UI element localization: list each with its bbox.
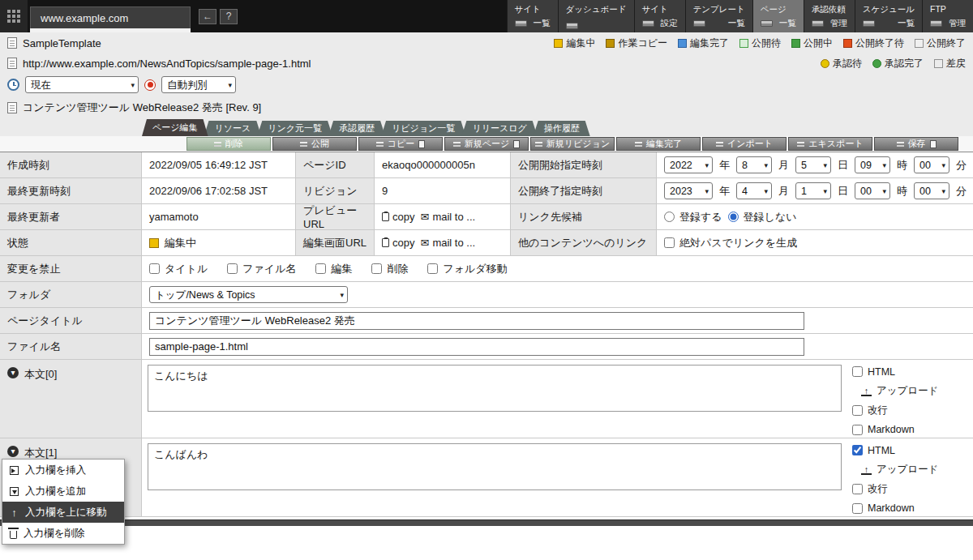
copy-edit-url-button[interactable]: copy [382,237,414,249]
nav-schedule-list[interactable]: スケジュール 一覧 [855,0,922,32]
legend-publish-wait: 公開待 [739,36,781,50]
absolute-path-checkbox[interactable] [664,237,675,248]
no-register-radio[interactable] [728,212,739,222]
tab-revision-list[interactable]: リビジョン一覧 [381,121,465,136]
mail-edit-url-button[interactable]: ✉mail to ... [420,237,475,249]
lock-edit-checkbox[interactable] [315,263,326,274]
publish-end-day-select[interactable]: 1 [795,182,831,199]
render-mode-select[interactable]: 自動判別 [161,76,236,93]
tab-page-edit[interactable]: ページ編集 [142,119,208,136]
menu-item-append-field[interactable]: 入力欄を追加 [2,481,124,502]
mail-preview-url-button[interactable]: ✉mail to ... [420,211,475,223]
export-button[interactable]: エキスポート [788,137,872,151]
copy-icon [382,212,389,221]
revision-time-select[interactable]: 現在 [25,76,139,93]
lock-folder-move-checkbox[interactable] [427,263,438,274]
folder-select[interactable]: トップ/News & Topics [149,286,348,303]
nav-ftp-management[interactable]: FTP 管理 [922,0,973,32]
copy-preview-url-button[interactable]: copy [382,211,414,223]
lock-title-checkbox[interactable] [149,263,160,274]
body1-textarea[interactable]: こんばんわ [148,443,842,490]
absolute-path-option[interactable]: 絶対パスでリンクを生成 [664,236,797,250]
tab-operation-history[interactable]: 操作履歴 [534,121,590,136]
publish-start-day-select[interactable]: 5 [795,156,831,173]
nav-template-list[interactable]: テンプレート 一覧 [685,0,752,32]
save-button[interactable]: 保存 [874,137,958,151]
body0-upload-button[interactable]: ↑アップロード [861,383,970,400]
lock-delete-checkbox[interactable] [371,263,382,274]
publish-end-minute-select[interactable]: 00 [914,182,949,199]
publish-button[interactable]: 公開 [272,137,357,151]
import-button[interactable]: インポート [702,137,787,151]
publish-end-month-select[interactable]: 4 [736,182,772,199]
publish-start-minute-select[interactable]: 00 [914,156,949,173]
register-option[interactable]: 登録する [664,210,722,224]
site-tab[interactable]: www.example.com [30,0,191,32]
page-link-icon [7,58,17,69]
menu-item-insert-field[interactable]: 入力欄を挿入 [2,460,124,481]
body1-html-option[interactable]: HTML [852,442,970,459]
publish-end-year-select[interactable]: 2023 [664,182,713,199]
copy-button[interactable]: コピー [358,137,443,151]
tab-release-log[interactable]: リリースログ [461,121,537,136]
preview-url-actions: copy ✉mail to ... [375,204,511,229]
file-name-input[interactable] [149,338,804,356]
publish-start-month-select[interactable]: 8 [736,156,772,173]
collapse-field-icon[interactable]: ▾ [7,367,19,378]
tab-resources[interactable]: リソース [204,121,262,136]
lock-folder-move-option[interactable]: フォルダ移動 [427,262,507,276]
body0-label-cell: ▾ 本文[0] [0,360,142,438]
menu-item-delete-field[interactable]: 入力欄を削除 [2,523,124,544]
nav-approval-requests[interactable]: 承認依頼 管理 [804,0,855,32]
site-domain-label[interactable]: www.example.com [30,6,191,28]
new-revision-button[interactable]: 新規リビジョン [530,137,615,151]
collapse-field-icon[interactable]: ▾ [7,446,19,457]
body1-markdown-option[interactable]: Markdown [852,500,970,516]
body0-html-option[interactable]: HTML [852,364,970,380]
lock-edit-option[interactable]: 編集 [315,262,352,276]
delete-button[interactable]: 削除 [186,137,271,151]
tab-approval-history[interactable]: 承認履歴 [328,121,385,136]
publish-start-year-select[interactable]: 2022 [664,156,713,173]
folder-label: フォルダ [0,282,142,307]
body0-linebreak-option[interactable]: 改行 [852,403,970,419]
body1-markdown-checkbox[interactable] [852,503,863,514]
body0-options: HTML ↑アップロード 改行 Markdown [847,360,973,438]
body1-linebreak-option[interactable]: 改行 [852,481,970,498]
created-value: 2022/09/05 16:49:12 JST [142,152,296,177]
back-button[interactable]: ← [199,9,216,24]
page-title-input[interactable] [149,312,804,330]
lock-filename-option[interactable]: ファイル名 [227,262,296,276]
new-page-button[interactable]: 新規ページ [444,137,529,151]
help-button[interactable]: ? [220,9,238,24]
page-tabs: ページ編集 リソース リンク元一覧 承認履歴 リビジョン一覧 リリースログ 操作… [0,118,973,136]
lock-title-option[interactable]: タイトル [149,262,208,276]
lock-filename-checkbox[interactable] [227,263,238,274]
button-bar-icon [300,142,307,147]
body1-html-checkbox[interactable] [852,445,863,455]
form-row-body1: ▾ 本文[1] こんばんわ HTML ↑アップロード 改行 Markdown [0,438,973,517]
nav-page-list[interactable]: ページ 一覧 [752,0,804,32]
body1-upload-button[interactable]: ↑アップロード [861,462,970,478]
body0-markdown-checkbox[interactable] [852,425,863,435]
nav-dashboard[interactable]: ダッシュボード [558,0,634,32]
state-label: 状態 [0,230,142,255]
body0-linebreak-checkbox[interactable] [852,405,863,416]
register-radio[interactable] [664,212,675,222]
body0-textarea[interactable]: こんにちは [148,365,842,412]
lock-options: タイトル ファイル名 編集 削除 フォルダ移動 [142,256,973,281]
app-grid-icon[interactable] [0,0,28,32]
menu-item-move-field-up[interactable]: ↑ 入力欄を上に移動 [2,502,124,523]
tab-link-sources[interactable]: リンク元一覧 [257,121,332,136]
edit-complete-button[interactable]: 編集完了 [616,137,701,151]
page-url: http://www.example.com/NewsAndTopics/sam… [23,58,311,70]
nav-site-settings[interactable]: サイト 設定 [634,0,685,32]
body1-linebreak-checkbox[interactable] [852,484,863,494]
body0-html-checkbox[interactable] [852,366,863,377]
body0-markdown-option[interactable]: Markdown [852,421,970,438]
publish-start-hour-select[interactable]: 09 [855,156,890,173]
no-register-option[interactable]: 登録しない [728,210,797,224]
nav-site-list[interactable]: サイト 一覧 [507,0,558,32]
lock-delete-option[interactable]: 削除 [371,262,408,276]
publish-end-hour-select[interactable]: 00 [855,182,890,199]
